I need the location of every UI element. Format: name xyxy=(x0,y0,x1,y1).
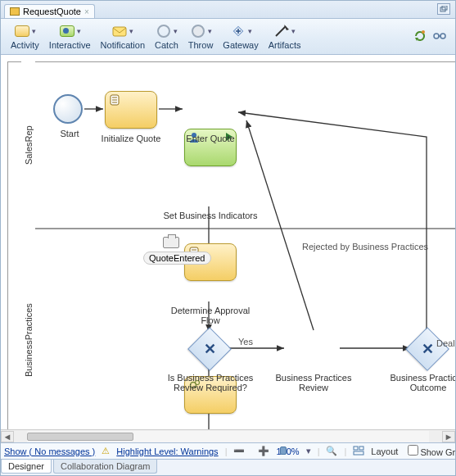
task-label: Determine Approval Flow xyxy=(161,306,260,325)
bpmn-file-icon xyxy=(10,7,20,16)
svg-rect-32 xyxy=(354,451,363,455)
svg-point-9 xyxy=(422,30,425,34)
tool-label: Gateway xyxy=(223,40,258,50)
flow-label-deal: Deal xyxy=(436,338,455,348)
dropdown-arrow-icon: ▾ xyxy=(174,27,178,35)
gateway-icon xyxy=(230,24,246,39)
tool-interactive[interactable]: ▾ Interactive xyxy=(44,21,96,52)
layout-button[interactable]: Layout xyxy=(371,447,398,456)
lane-label-bp: BusinessPractices xyxy=(21,229,35,442)
diagram-canvas[interactable]: ote SalesRep BusinessPractices Start xyxy=(1,55,455,442)
canvas-horizontal-scrollbar[interactable]: ◄ ► xyxy=(1,429,455,442)
artifacts-icon xyxy=(273,24,290,39)
tool-label: Notification xyxy=(101,40,145,50)
flow-label-rejected: Rejected by Business Practices xyxy=(302,242,428,252)
lane-salesrep-border xyxy=(21,61,455,229)
layout-icon[interactable] xyxy=(353,446,364,457)
tool-throw[interactable]: ▾ Throw xyxy=(183,21,219,52)
close-tab-icon[interactable]: × xyxy=(84,7,89,16)
highlight-level-link[interactable]: Highlight Level: Warnings xyxy=(116,447,218,456)
dropdown-arrow-icon: ▾ xyxy=(129,27,133,35)
task-label: Enter Quote xyxy=(161,134,260,143)
tool-label: Throw xyxy=(188,40,214,50)
tool-notification[interactable]: ▾ Notification xyxy=(96,21,150,52)
restore-icon xyxy=(440,6,448,12)
palette-toolbar: ▾ Activity ▾ Interactive ▾ Notification xyxy=(1,19,455,55)
svg-rect-2 xyxy=(113,27,126,36)
tab-designer[interactable]: Designer xyxy=(1,460,52,474)
show-grid-checkbox[interactable] xyxy=(408,445,418,456)
dropdown-arrow-icon: ▾ xyxy=(77,27,81,35)
status-bar: Show ( No messages ) ⚠ Highlight Level: … xyxy=(1,442,455,459)
zoom-in-icon[interactable]: ➕ xyxy=(258,446,269,456)
catch-event-icon xyxy=(156,24,172,39)
zoom-to-fit-icon[interactable]: 🔍 xyxy=(326,446,337,456)
scroll-track[interactable] xyxy=(27,431,429,442)
tool-gateway[interactable]: ▾ Gateway xyxy=(218,21,263,52)
task-label: Business Practices Review xyxy=(264,373,363,392)
document-tab-requestquote[interactable]: RequestQuote × xyxy=(4,4,95,18)
tool-label: Catch xyxy=(155,40,178,50)
event-quote-entered[interactable]: QuoteEntered xyxy=(143,252,211,265)
dropdown-arrow-icon: ▾ xyxy=(248,27,252,35)
interactive-icon xyxy=(59,24,75,39)
zoom-slider-knob[interactable] xyxy=(280,447,287,455)
task-initialize-quote[interactable] xyxy=(105,91,157,129)
tool-artifacts[interactable]: ▾ Artifacts xyxy=(264,21,306,52)
warning-icon: ⚠ xyxy=(102,446,110,456)
start-event[interactable] xyxy=(53,94,83,124)
pool-label: ote xyxy=(7,61,21,442)
activity-icon xyxy=(14,24,30,39)
flow-label-yes: Yes xyxy=(238,337,253,347)
show-grid-toggle[interactable]: Show Grid xyxy=(404,445,456,457)
script-icon xyxy=(109,94,122,106)
tab-collaboration-diagram[interactable]: Collaboration Diagram xyxy=(53,460,157,474)
gateway-label: Is Business Practices Review Required? xyxy=(161,373,260,392)
scroll-thumb[interactable] xyxy=(27,433,133,441)
svg-rect-31 xyxy=(359,447,363,450)
tool-label: Interactive xyxy=(49,40,91,50)
dropdown-arrow-icon: ▾ xyxy=(32,27,36,35)
gateway-label: Business Practices Outcome xyxy=(379,373,455,392)
tool-label: Activity xyxy=(11,40,39,50)
tool-label: Artifacts xyxy=(269,40,301,50)
dropdown-arrow-icon: ▾ xyxy=(291,27,296,35)
lane-label-salesrep: SalesRep xyxy=(21,61,35,229)
bottom-tabbar: Designer Collaboration Diagram xyxy=(1,459,455,475)
link-icon[interactable] xyxy=(432,29,447,45)
lane-bp-border xyxy=(21,229,455,442)
throw-event-icon xyxy=(190,24,206,39)
show-messages-link[interactable]: Show ( No messages ) xyxy=(4,447,95,456)
scroll-left-arrow-icon[interactable]: ◄ xyxy=(1,431,14,442)
camera-icon xyxy=(163,237,179,248)
notification-icon xyxy=(111,24,128,39)
document-tabbar: RequestQuote × xyxy=(1,1,455,19)
tool-catch[interactable]: ▾ Catch xyxy=(150,21,183,52)
zoom-out-icon[interactable]: ➖ xyxy=(233,446,245,456)
refresh-icon[interactable] xyxy=(413,29,427,45)
scroll-right-arrow-icon[interactable]: ► xyxy=(442,431,455,442)
dropdown-arrow-icon: ▾ xyxy=(208,27,212,35)
tool-activity[interactable]: ▾ Activity xyxy=(6,21,44,52)
svg-line-6 xyxy=(276,26,286,36)
zoom-dropdown-icon[interactable]: ▾ xyxy=(306,446,311,456)
restore-window-button[interactable] xyxy=(437,3,450,15)
svg-rect-30 xyxy=(354,447,358,450)
task-label: Set Business Indicators xyxy=(161,211,260,220)
document-tab-label: RequestQuote xyxy=(23,7,81,16)
